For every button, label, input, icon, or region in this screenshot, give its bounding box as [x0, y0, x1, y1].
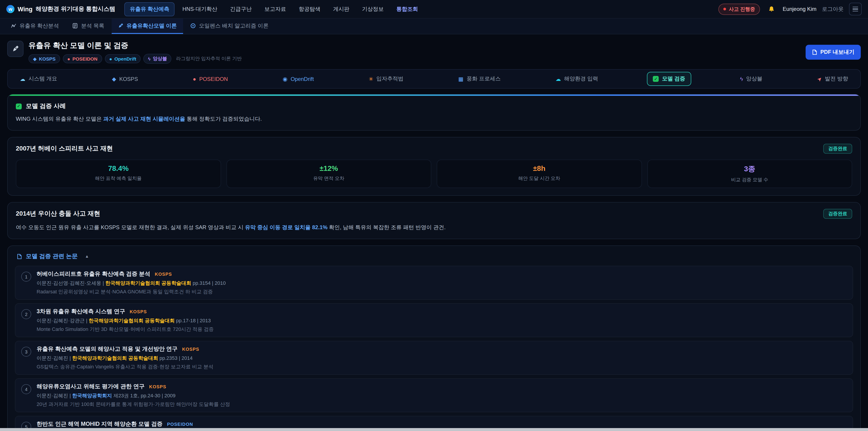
- case2-title: 2014년 우이산 충돌 사고 재현: [16, 210, 100, 218]
- section-future-direction[interactable]: ➤ 발전 방향: [811, 72, 854, 86]
- paper-meta: 이문진·김혜진 | 한국해양과학기술협의회 공동학술대회 pp.2353 | 2…: [37, 355, 847, 362]
- pdf-export-button[interactable]: PDF 내보내기: [805, 45, 861, 60]
- journal-link[interactable]: 한국해양공학회지: [72, 393, 112, 398]
- section-marine-env-input[interactable]: ☁ 해양환경 입력: [550, 72, 604, 86]
- case2-highlight[interactable]: 유막 중심 이동 경로 일치율 82.1%: [245, 224, 327, 230]
- section-particle-tracking[interactable]: ✳ 입자추적법: [363, 72, 409, 86]
- section-poseidon[interactable]: ● POSEIDON: [187, 72, 234, 85]
- nav-item-weather-info[interactable]: 기상정보: [357, 2, 389, 16]
- papers-heading: 모델 검증 관련 논문: [26, 252, 78, 260]
- paper-model-tag: POSEIDON: [167, 422, 193, 427]
- section-system-overview[interactable]: ☁ 시스템 개요: [14, 72, 63, 86]
- check-icon: ✓: [16, 103, 22, 109]
- badge-kosps: ◆KOSPS: [29, 54, 60, 63]
- main-nav: 유출유 확산예측 HNS·대기확산 긴급구난 보고자료 항공탐색 게시판 기상정…: [124, 2, 423, 16]
- tab-oil-spill-analysis[interactable]: 유출유 확산분석: [4, 19, 65, 34]
- nav-item-board[interactable]: 게시판: [328, 2, 354, 16]
- paper-description: 20년 과거자료 기반 100회 몬테카를로 통계 위험평가·가로림만 해안/어…: [37, 401, 847, 408]
- section-ensemble[interactable]: ϟ 앙상블: [734, 72, 768, 86]
- case-card-wu-yi-san: 2014년 우이산 충돌 사고 재현 검증완료 여수 오동도 인근 원유 유출 …: [7, 202, 861, 239]
- paper-row[interactable]: 2 3차원 유출유 확산예측 시스템 연구KOSPS 이문진·김혜진·강관근 |…: [15, 303, 853, 337]
- stat-model-count: 3종 비교 검증 모델 수: [647, 160, 852, 188]
- section-model-validation[interactable]: ✓ 모델 검증: [647, 72, 691, 86]
- collapse-triangle-icon[interactable]: ▲: [85, 254, 89, 258]
- tab-diffusion-model-theory[interactable]: 유출유확산모델 이론: [112, 19, 183, 34]
- paper-number: 2: [21, 309, 31, 319]
- page-header: 유출유 확산 모델 이론 및 검증 ◆KOSPS ●POSEIDON ●Open…: [7, 41, 861, 64]
- paper-model-tag: KOSPS: [130, 309, 147, 314]
- section-kosps[interactable]: ◆ KOSPS: [106, 72, 144, 85]
- document-icon: [812, 49, 817, 55]
- dot-icon: ●: [67, 56, 70, 61]
- nav-item-reports[interactable]: 보고자료: [259, 2, 291, 16]
- paper-number: 4: [21, 384, 31, 394]
- dot-icon: ●: [193, 76, 196, 82]
- journal-link[interactable]: 한국해양과학기술협의회 공동학술대회: [89, 318, 175, 323]
- pen-icon: [118, 23, 123, 29]
- paper-row[interactable]: 4 해양유류오염사고 위해도 평가에 관한 연구KOSPS 이문진·김혜진 | …: [15, 378, 853, 412]
- journal-link[interactable]: 한국해양과학기술협의회 공동학술대회: [105, 280, 191, 286]
- verified-badge: 검증완료: [823, 209, 852, 219]
- page-title: 유출유 확산 모델 이론 및 검증: [29, 41, 242, 51]
- nav-item-integrated-search[interactable]: 통합조회: [392, 2, 423, 16]
- case1-title: 2007년 허베이 스피리트 사고 재현: [16, 145, 113, 153]
- logout-button[interactable]: 로그아웃: [822, 5, 844, 13]
- bottom-edge-strip: [0, 428, 868, 431]
- app-logo[interactable]: w Wing 해양환경 위기대응 통합시스템: [6, 5, 115, 13]
- incident-dot-icon: [723, 8, 726, 10]
- list-icon: [72, 23, 78, 29]
- incident-label: 사고 진행중: [729, 6, 755, 12]
- incident-status-badge[interactable]: 사고 진행중: [718, 3, 760, 15]
- section-weathering-process[interactable]: ▦ 풍화 프로세스: [453, 72, 506, 86]
- page-icon-pen-nib: [7, 41, 24, 57]
- sub-tabbar: 유출유 확산분석 분석 목록 유출유확산모델 이론 오일펜스 배치 알고리즘 이…: [0, 19, 868, 34]
- user-name: Eunjeong Kim: [783, 6, 816, 12]
- paper-meta: 이문진·김선영·김혜진·오세웅 | 한국해양과학기술협의회 공동학술대회 pp.…: [37, 280, 847, 286]
- nav-item-oil-spill-prediction[interactable]: 유출유 확산예측: [124, 2, 175, 16]
- tab-analysis-list[interactable]: 분석 목록: [66, 19, 111, 34]
- target-icon: [190, 23, 196, 29]
- nav-item-hns-air-diffusion[interactable]: HNS·대기확산: [178, 2, 222, 16]
- paper-meta: 이문진·김혜진 | 한국해양공학회지 제23권 1호, pp.24-30 | 2…: [37, 392, 847, 399]
- nav-item-emergency-rescue[interactable]: 긴급구난: [225, 2, 257, 16]
- nav-item-aerial-search[interactable]: 항공탐색: [294, 2, 326, 16]
- paper-row[interactable]: 3 유출유 확산예측 모델의 해양사고 적용 및 개선방안 연구KOSPS 이문…: [15, 341, 853, 375]
- target-icon: ◉: [283, 76, 287, 82]
- section-opendrift[interactable]: ◉ OpenDrift: [277, 72, 320, 85]
- top-navbar: w Wing 해양환경 위기대응 통합시스템 유출유 확산예측 HNS·대기확산…: [0, 0, 868, 19]
- validation-heading: 모델 검증 사례: [26, 102, 66, 110]
- app-title: 해양환경 위기대응 통합시스템: [36, 5, 115, 13]
- badge-poseidon: ●POSEIDON: [63, 54, 102, 63]
- main-content: 유출유 확산 모델 이론 및 검증 ◆KOSPS ●POSEIDON ●Open…: [0, 34, 868, 431]
- paper-row[interactable]: 1 허베이스피리트호 유출유 확산예측 검증 분석KOSPS 이문진·김선영·김…: [15, 266, 853, 300]
- diamond-icon: ◆: [33, 56, 37, 61]
- papers-card: 모델 검증 관련 논문 ▲ 1 허베이스피리트호 유출유 확산예측 검증 분석K…: [7, 245, 861, 431]
- model-badges: ◆KOSPS ●POSEIDON ●OpenDrift ϟ앙상블 라그랑지안 입…: [29, 54, 242, 64]
- verified-badge: 검증완료: [823, 144, 852, 154]
- grid-icon: ▦: [458, 76, 464, 82]
- paper-meta: 이문진·김혜진·강관근 | 한국해양과학기술협의회 공동학술대회 pp.17-1…: [37, 317, 847, 324]
- stat-coastal-match: 78.4% 해안 표착 예측 일치율: [16, 160, 221, 188]
- app-logo-text: Wing: [18, 6, 33, 12]
- notification-bell-icon[interactable]: [766, 3, 777, 15]
- case-card-hebei-spirit: 2007년 허베이 스피리트 사고 재현 검증완료 78.4% 해안 표착 예측…: [7, 137, 861, 196]
- paper-number: 3: [21, 347, 31, 357]
- paper-title: 3차원 유출유 확산예측 시스템 연구: [37, 308, 125, 315]
- paper-model-tag: KOSPS: [182, 347, 199, 352]
- page-subtitle: 라그랑지안 입자추적 이론 기반: [176, 56, 242, 62]
- paper-title: 해양유류오염사고 위해도 평가에 관한 연구: [37, 383, 145, 391]
- paper-number: 1: [21, 272, 31, 282]
- intro-link[interactable]: 과거 실제 사고 재현 시뮬레이션을: [103, 116, 185, 122]
- stat-arrival-time-error: ±8h 해안 도달 시간 오차: [437, 160, 642, 188]
- bolt-icon: ϟ: [740, 76, 743, 82]
- particle-icon: ✳: [369, 76, 373, 82]
- paper-title: 한반도 인근 해역 MOHID 지역 해양순환 모델 검증: [37, 420, 162, 428]
- diamond-icon: ◆: [112, 76, 116, 82]
- tab-oil-fence-algorithm-theory[interactable]: 오일펜스 배치 알고리즘 이론: [184, 19, 275, 34]
- journal-link[interactable]: 한국해양과학기술협의회 공동학술대회: [72, 355, 158, 361]
- dot-icon: ●: [109, 56, 112, 61]
- hamburger-menu-icon[interactable]: [849, 3, 862, 16]
- badge-opendrift: ●OpenDrift: [105, 54, 141, 63]
- stat-slick-area-error: ±12% 유막 면적 오차: [226, 160, 431, 188]
- cloud-icon: ☁: [20, 76, 25, 82]
